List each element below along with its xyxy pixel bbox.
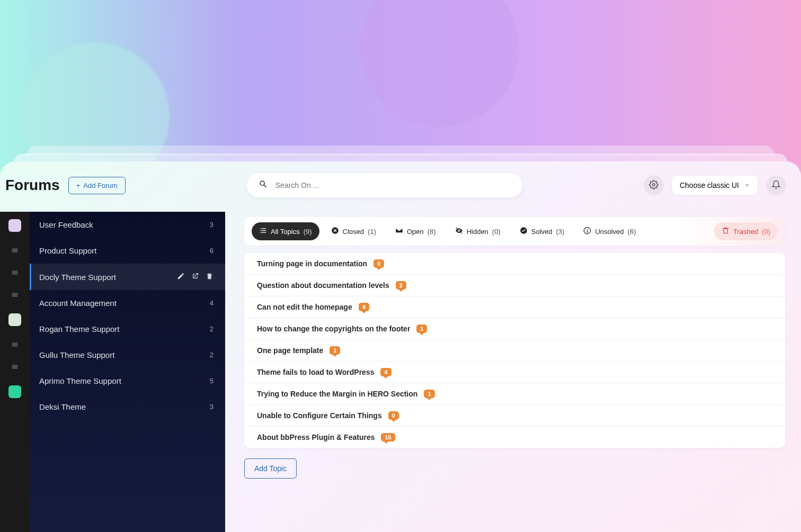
filter-count: (0) [762,228,770,236]
add-forum-label: Add Forum [83,182,117,190]
filter-count: (1) [368,228,376,236]
topic-row[interactable]: Trying to Reduce the Margin in HERO Sect… [244,383,785,405]
bg-decoration-circle [360,0,519,127]
svg-point-5 [587,232,588,232]
body: User Feedback3Product Support6Docly Them… [0,212,801,532]
topic-row[interactable]: Turning page in documentation0 [244,253,785,275]
topic-row[interactable]: About bbPress Plugin & Features15 [244,427,785,448]
topic-row[interactable]: How to change the copyrights on the foot… [244,318,785,340]
search-box[interactable] [247,173,522,197]
grip-icon[interactable] [11,247,19,254]
sidebar-item-count: 6 [210,247,213,255]
search-wrap [134,173,635,197]
reply-count-badge: 2 [396,281,406,290]
bell-icon [771,180,781,191]
topic-row[interactable]: One page template1 [244,340,785,362]
notifications-button[interactable] [766,175,786,195]
external-link-icon[interactable] [191,272,199,282]
forum-type-icon[interactable] [8,219,21,232]
filter-count: (9) [304,228,312,236]
forum-type-icon[interactable] [8,313,21,326]
ui-select-label: Choose classic UI [680,181,739,190]
reply-count-badge: 0 [373,259,384,268]
unsolved-icon [583,227,591,236]
filter-unsolved[interactable]: Unsolved(6) [576,222,643,240]
filter-trashed[interactable]: Trashed(0) [714,222,778,240]
filter-count: (3) [556,228,564,236]
open-icon [395,227,403,236]
filter-label: Unsolved [595,228,624,236]
sidebar-item-label: Account Management [39,299,117,308]
grip-icon[interactable] [11,269,19,276]
header-right: Choose classic UI [644,175,786,195]
filter-count: (8) [428,228,436,236]
topics-list: Turning page in documentation0Question a… [244,253,785,448]
search-icon [259,179,268,191]
hidden-icon [455,227,463,236]
topic-row[interactable]: Theme fails to load to WordPress4 [244,362,785,383]
header: Forums + Add Forum Choose classic UI [0,161,801,209]
sidebar-item-actions [177,272,213,282]
reply-count-badge: 1 [416,324,427,333]
topic-title: Theme fails to load to WordPress [257,368,374,376]
filter-all[interactable]: All Topics(9) [252,222,319,240]
add-topic-button[interactable]: Add Topic [244,458,297,479]
topic-row[interactable]: Unable to Configure Certain Things0 [244,405,785,427]
sidebar-item-count: 5 [210,377,213,385]
solved-icon [520,227,528,236]
add-forum-button[interactable]: + Add Forum [68,177,126,194]
reply-count-badge: 4 [359,303,369,311]
ui-theme-select[interactable]: Choose classic UI [672,176,758,195]
grip-icon[interactable] [11,291,19,299]
topic-title: One page template [257,346,323,355]
sidebar-item-label: Docly Theme Support [39,273,116,282]
filter-hidden[interactable]: Hidden(0) [448,222,508,240]
topic-title: About bbPress Plugin & Features [257,433,375,441]
sidebar-item-docly-theme-support[interactable]: Docly Theme Support [30,264,225,290]
sidebar-item-count: 4 [210,299,213,307]
filter-label: Trashed [733,228,758,236]
sidebar-item-label: Deksi Theme [39,402,86,411]
grip-icon[interactable] [11,341,19,348]
add-topic-label: Add Topic [254,464,287,473]
sidebar-item-count: 2 [210,325,213,333]
reply-count-badge: 1 [330,346,340,355]
trash-icon[interactable] [206,272,213,282]
sidebar-item-rogan-theme-support[interactable]: Rogan Theme Support2 [30,316,225,342]
sidebar-item-deksi-theme[interactable]: Deksi Theme3 [30,394,225,420]
reply-count-badge: 4 [380,368,391,376]
filter-open[interactable]: Open(8) [388,222,443,240]
filter-label: Solved [531,228,553,236]
topic-title: How to change the copyrights on the foot… [257,324,410,333]
topic-title: Unable to Configure Certain Things [257,411,382,420]
plus-icon: + [76,182,81,190]
reply-count-badge: 1 [424,390,434,398]
sidebar-item-product-support[interactable]: Product Support6 [30,238,225,264]
edit-icon[interactable] [177,272,185,282]
sidebar-item-account-management[interactable]: Account Management4 [30,290,225,316]
sidebar-item-label: Product Support [39,246,96,255]
main-panel: All Topics(9)Closed(1)Open(8)Hidden(0)So… [225,212,801,532]
sidebar-list: User Feedback3Product Support6Docly Them… [30,212,225,532]
sidebar-icon-rail [0,212,30,532]
app-window: Forums + Add Forum Choose classic UI [0,161,801,532]
gear-icon [649,180,658,191]
forum-type-icon[interactable] [8,385,21,398]
sidebar-item-count: 2 [210,351,213,359]
reply-count-badge: 15 [381,433,395,441]
sidebar-item-gullu-theme-support[interactable]: Gullu Theme Support2 [30,342,225,368]
filter-label: All Topics [271,228,300,236]
search-input[interactable] [275,181,511,190]
filter-closed[interactable]: Closed(1) [324,222,384,240]
sidebar-item-user-feedback[interactable]: User Feedback3 [30,212,225,238]
grip-icon[interactable] [11,363,19,371]
reply-count-badge: 0 [388,411,399,420]
sidebar-item-label: User Feedback [39,220,93,229]
svg-point-0 [653,183,655,186]
topic-title: Turning page in documentation [257,259,367,268]
topic-row[interactable]: Question about documentation levels2 [244,275,785,296]
settings-button[interactable] [644,175,664,195]
filter-solved[interactable]: Solved(3) [512,222,572,240]
topic-row[interactable]: Can not edit the homepage4 [244,296,785,318]
sidebar-item-aprimo-theme-support[interactable]: Aprimo Theme Support5 [30,368,225,394]
